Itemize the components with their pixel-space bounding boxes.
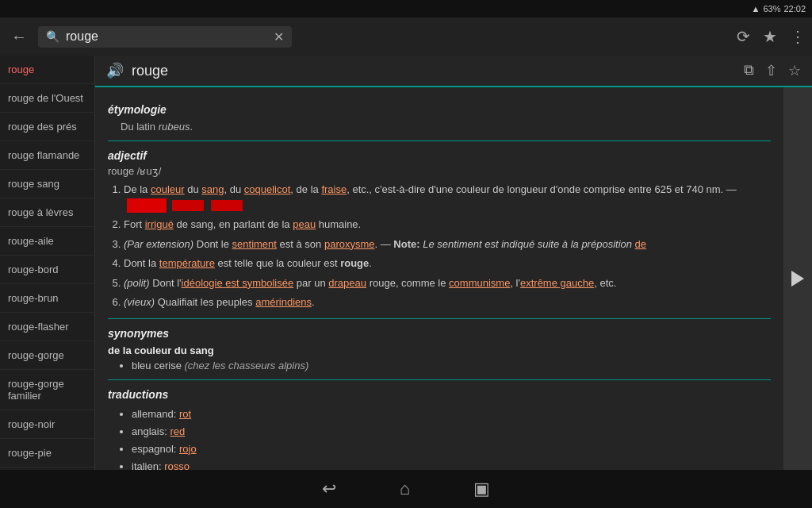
share-button[interactable]: ⇧ bbox=[765, 62, 777, 79]
sidebar-item-rouge[interactable]: rouge bbox=[0, 56, 94, 84]
back-nav-button[interactable]: ↩ bbox=[322, 479, 336, 499]
word-title: rouge bbox=[132, 63, 168, 79]
trad-espagnol: espagnol: rojo bbox=[132, 441, 771, 458]
clock: 22:02 bbox=[783, 4, 806, 13]
color-swatch-2 bbox=[172, 200, 204, 211]
content-panel: 🔊 rouge ⧉ ⇧ ☆ étymologie Du latin rubeus… bbox=[95, 56, 812, 470]
play-arrow-icon bbox=[791, 271, 804, 287]
sidebar: rouge rouge de l'Ouest rouge des prés ro… bbox=[0, 56, 95, 470]
more-button[interactable]: ⋮ bbox=[790, 27, 806, 46]
status-icons: ▲ 63% 22:02 bbox=[752, 4, 806, 13]
def-item-4: Dont la température est telle que la cou… bbox=[124, 256, 771, 271]
speaker-button[interactable]: 🔊 bbox=[106, 62, 124, 79]
trad-allemand: allemand: rot bbox=[132, 406, 771, 423]
bookmark-button[interactable]: ★ bbox=[763, 27, 777, 46]
copy-button[interactable]: ⧉ bbox=[744, 62, 754, 79]
synonym-item: bleu cerise (chez les chasseurs alpins) bbox=[132, 360, 771, 371]
sidebar-item-rouge-des-pres[interactable]: rouge des prés bbox=[0, 113, 94, 141]
sidebar-item-rouge-flasher[interactable]: rouge-flasher bbox=[0, 313, 94, 341]
sidebar-item-rouge-a-levres[interactable]: rouge à lèvres bbox=[0, 198, 94, 227]
search-icon: 🔍 bbox=[46, 30, 59, 43]
top-bar: ← 🔍 ✕ ⟳ ★ ⋮ bbox=[0, 17, 812, 56]
sidebar-item-rouge-de-louest[interactable]: rouge de l'Ouest bbox=[0, 84, 94, 113]
synonymes-list: bleu cerise (chez les chasseurs alpins) bbox=[132, 360, 771, 371]
section-divider-3 bbox=[108, 379, 771, 380]
color-swatch-1 bbox=[127, 198, 167, 213]
search-box[interactable]: 🔍 ✕ bbox=[38, 26, 292, 48]
sidebar-item-rouge-gorge-familier[interactable]: rouge-gorge familier bbox=[0, 370, 94, 410]
color-swatch-3 bbox=[211, 200, 243, 211]
sidebar-item-rouge-flamande[interactable]: rouge flamande bbox=[0, 141, 94, 170]
def-item-1: De la couleur du sang, du coquelicot, de… bbox=[124, 182, 771, 213]
battery-text: 63% bbox=[763, 4, 780, 13]
definition-area: étymologie Du latin rubeus. adjectif rou… bbox=[95, 87, 812, 470]
search-input[interactable] bbox=[66, 29, 267, 44]
def-item-5: (polit) Dont l'idéologie est symbolisée … bbox=[124, 275, 771, 291]
clear-icon[interactable]: ✕ bbox=[274, 29, 284, 44]
definition-content: étymologie Du latin rubeus. adjectif rou… bbox=[95, 87, 783, 470]
etymology-text: Du latin rubeus. bbox=[121, 121, 771, 133]
trad-italien: italien: rosso bbox=[132, 458, 771, 470]
sidebar-item-rouge-bord[interactable]: rouge-bord bbox=[0, 256, 94, 284]
sidebar-item-rouge-sang[interactable]: rouge sang bbox=[0, 170, 94, 198]
home-nav-button[interactable]: ⌂ bbox=[400, 479, 410, 499]
traductions-list: allemand: rot anglais: red espagnol: roj… bbox=[132, 406, 771, 470]
synonymes-label: de la couleur du sang bbox=[108, 344, 771, 356]
def-item-6: (vieux) Qualifiait les peuples amérindie… bbox=[124, 294, 771, 310]
trad-anglais: anglais: red bbox=[132, 423, 771, 441]
adjectif-title: adjectif bbox=[108, 149, 771, 162]
sidebar-item-rouge-aile[interactable]: rouge-aile bbox=[0, 227, 94, 256]
main-area: rouge rouge de l'Ouest rouge des prés ro… bbox=[0, 56, 812, 470]
status-bar: ▲ 63% 22:02 bbox=[0, 0, 812, 17]
bottom-nav: ↩ ⌂ ▣ bbox=[0, 470, 812, 508]
section-divider-2 bbox=[108, 318, 771, 319]
play-button[interactable] bbox=[783, 87, 812, 470]
section-divider-1 bbox=[108, 140, 771, 141]
sidebar-item-rouge-brun[interactable]: rouge-brun bbox=[0, 284, 94, 313]
sidebar-item-rouge-gorge[interactable]: rouge-gorge bbox=[0, 341, 94, 370]
phonetic: rouge /ʁuʒ/ bbox=[108, 165, 771, 177]
star-button[interactable]: ☆ bbox=[788, 62, 801, 79]
def-item-2: Fort irrigué de sang, en parlant de la p… bbox=[124, 217, 771, 233]
synonymes-title: synonymes bbox=[108, 327, 771, 340]
word-header-actions: ⧉ ⇧ ☆ bbox=[744, 62, 801, 79]
back-button[interactable]: ← bbox=[6, 23, 32, 51]
etymology-title: étymologie bbox=[108, 103, 771, 116]
def-item-3: (Par extension) Dont le sentiment est à … bbox=[124, 237, 771, 252]
traductions-title: traductions bbox=[108, 388, 771, 401]
word-header: 🔊 rouge ⧉ ⇧ ☆ bbox=[95, 56, 812, 87]
sidebar-item-rouge-pie[interactable]: rouge-pie bbox=[0, 439, 94, 468]
recent-nav-button[interactable]: ▣ bbox=[473, 479, 490, 499]
history-button[interactable]: ⟳ bbox=[737, 27, 750, 46]
definition-list: De la couleur du sang, du coquelicot, de… bbox=[124, 182, 771, 310]
wifi-icon: ▲ bbox=[752, 4, 760, 13]
sidebar-item-rouge-noir[interactable]: rouge-noir bbox=[0, 410, 94, 439]
top-bar-actions: ⟳ ★ ⋮ bbox=[737, 27, 806, 46]
